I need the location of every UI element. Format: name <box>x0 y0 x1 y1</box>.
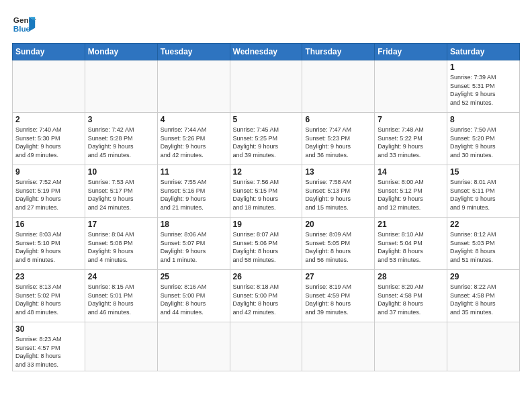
calendar-cell: 30Sunrise: 8:23 AM Sunset: 4:57 PM Dayli… <box>13 322 85 371</box>
logo: General Blue <box>12 12 36 36</box>
day-info: Sunrise: 7:44 AM Sunset: 5:26 PM Dayligh… <box>161 126 227 159</box>
day-number: 28 <box>378 272 444 281</box>
day-number: 17 <box>88 220 154 229</box>
day-number: 12 <box>233 167 300 177</box>
weekday-header-wednesday: Wednesday <box>230 44 302 60</box>
calendar: SundayMondayTuesdayWednesdayThursdayFrid… <box>12 43 520 371</box>
day-info: Sunrise: 8:07 AM Sunset: 5:06 PM Dayligh… <box>233 230 300 264</box>
calendar-cell: 4Sunrise: 7:44 AM Sunset: 5:26 PM Daylig… <box>157 113 230 165</box>
calendar-cell <box>302 322 375 371</box>
day-info: Sunrise: 7:55 AM Sunset: 5:16 PM Dayligh… <box>161 178 227 212</box>
calendar-cell <box>230 322 302 371</box>
day-info: Sunrise: 7:53 AM Sunset: 5:17 PM Dayligh… <box>88 178 154 212</box>
calendar-cell: 5Sunrise: 7:45 AM Sunset: 5:25 PM Daylig… <box>230 113 302 165</box>
calendar-cell: 20Sunrise: 8:09 AM Sunset: 5:05 PM Dayli… <box>302 218 375 270</box>
day-info: Sunrise: 8:10 AM Sunset: 5:04 PM Dayligh… <box>378 230 444 264</box>
day-info: Sunrise: 8:15 AM Sunset: 5:01 PM Dayligh… <box>88 283 154 316</box>
calendar-cell <box>447 322 520 371</box>
calendar-cell: 9Sunrise: 7:52 AM Sunset: 5:19 PM Daylig… <box>13 165 85 218</box>
calendar-cell <box>302 60 375 113</box>
calendar-cell: 17Sunrise: 8:04 AM Sunset: 5:08 PM Dayli… <box>85 218 157 270</box>
day-number: 18 <box>161 220 227 229</box>
calendar-cell: 27Sunrise: 8:19 AM Sunset: 4:59 PM Dayli… <box>302 270 375 322</box>
day-info: Sunrise: 8:01 AM Sunset: 5:11 PM Dayligh… <box>450 178 517 212</box>
day-number: 30 <box>15 324 82 334</box>
calendar-cell: 16Sunrise: 8:03 AM Sunset: 5:10 PM Dayli… <box>13 218 85 270</box>
day-number: 8 <box>450 115 517 124</box>
day-number: 25 <box>161 272 227 281</box>
calendar-cell: 3Sunrise: 7:42 AM Sunset: 5:28 PM Daylig… <box>85 113 157 165</box>
day-number: 3 <box>88 115 154 124</box>
day-number: 9 <box>15 167 82 177</box>
logo-icon: General Blue <box>12 12 36 36</box>
calendar-cell <box>85 60 157 113</box>
header: General Blue <box>12 12 520 36</box>
day-info: Sunrise: 7:45 AM Sunset: 5:25 PM Dayligh… <box>233 126 300 159</box>
day-number: 27 <box>305 272 371 281</box>
day-info: Sunrise: 7:48 AM Sunset: 5:22 PM Dayligh… <box>378 126 444 159</box>
day-number: 1 <box>450 62 517 72</box>
calendar-cell: 29Sunrise: 8:22 AM Sunset: 4:58 PM Dayli… <box>447 270 520 322</box>
day-number: 16 <box>15 220 82 229</box>
day-number: 6 <box>305 115 371 124</box>
day-number: 26 <box>233 272 300 281</box>
calendar-cell: 6Sunrise: 7:47 AM Sunset: 5:23 PM Daylig… <box>302 113 375 165</box>
day-info: Sunrise: 8:13 AM Sunset: 5:02 PM Dayligh… <box>15 283 82 316</box>
day-number: 4 <box>161 115 227 124</box>
weekday-header-thursday: Thursday <box>302 44 375 60</box>
day-number: 15 <box>450 167 517 177</box>
calendar-cell: 15Sunrise: 8:01 AM Sunset: 5:11 PM Dayli… <box>447 165 520 218</box>
calendar-cell <box>13 60 85 113</box>
calendar-cell: 22Sunrise: 8:12 AM Sunset: 5:03 PM Dayli… <box>447 218 520 270</box>
calendar-body: 1Sunrise: 7:39 AM Sunset: 5:31 PM Daylig… <box>13 60 520 371</box>
weekday-header-friday: Friday <box>375 44 447 60</box>
calendar-cell: 28Sunrise: 8:20 AM Sunset: 4:58 PM Dayli… <box>375 270 447 322</box>
week-row-6: 30Sunrise: 8:23 AM Sunset: 4:57 PM Dayli… <box>13 322 520 371</box>
calendar-cell <box>157 322 230 371</box>
calendar-cell: 2Sunrise: 7:40 AM Sunset: 5:30 PM Daylig… <box>13 113 85 165</box>
calendar-cell: 8Sunrise: 7:50 AM Sunset: 5:20 PM Daylig… <box>447 113 520 165</box>
day-info: Sunrise: 7:42 AM Sunset: 5:28 PM Dayligh… <box>88 126 154 159</box>
day-number: 20 <box>305 220 371 229</box>
week-row-2: 2Sunrise: 7:40 AM Sunset: 5:30 PM Daylig… <box>13 113 520 165</box>
day-info: Sunrise: 8:04 AM Sunset: 5:08 PM Dayligh… <box>88 230 154 264</box>
day-info: Sunrise: 7:47 AM Sunset: 5:23 PM Dayligh… <box>305 126 371 159</box>
day-info: Sunrise: 7:58 AM Sunset: 5:13 PM Dayligh… <box>305 178 371 212</box>
day-info: Sunrise: 8:03 AM Sunset: 5:10 PM Dayligh… <box>15 230 82 264</box>
day-number: 23 <box>15 272 82 281</box>
weekday-header-saturday: Saturday <box>447 44 520 60</box>
calendar-cell: 26Sunrise: 8:18 AM Sunset: 5:00 PM Dayli… <box>230 270 302 322</box>
calendar-cell: 23Sunrise: 8:13 AM Sunset: 5:02 PM Dayli… <box>13 270 85 322</box>
week-row-1: 1Sunrise: 7:39 AM Sunset: 5:31 PM Daylig… <box>13 60 520 113</box>
calendar-cell <box>85 322 157 371</box>
calendar-cell: 12Sunrise: 7:56 AM Sunset: 5:15 PM Dayli… <box>230 165 302 218</box>
calendar-cell: 10Sunrise: 7:53 AM Sunset: 5:17 PM Dayli… <box>85 165 157 218</box>
day-number: 7 <box>378 115 444 124</box>
day-number: 24 <box>88 272 154 281</box>
calendar-cell: 1Sunrise: 7:39 AM Sunset: 5:31 PM Daylig… <box>447 60 520 113</box>
day-number: 19 <box>233 220 300 229</box>
day-info: Sunrise: 7:50 AM Sunset: 5:20 PM Dayligh… <box>450 126 517 159</box>
day-number: 13 <box>305 167 371 177</box>
day-info: Sunrise: 8:23 AM Sunset: 4:57 PM Dayligh… <box>15 335 82 369</box>
day-info: Sunrise: 7:39 AM Sunset: 5:31 PM Dayligh… <box>450 73 517 107</box>
svg-text:Blue: Blue <box>13 24 31 33</box>
calendar-cell: 7Sunrise: 7:48 AM Sunset: 5:22 PM Daylig… <box>375 113 447 165</box>
day-info: Sunrise: 8:06 AM Sunset: 5:07 PM Dayligh… <box>161 230 227 264</box>
calendar-cell: 13Sunrise: 7:58 AM Sunset: 5:13 PM Dayli… <box>302 165 375 218</box>
calendar-cell <box>375 60 447 113</box>
weekday-header-sunday: Sunday <box>13 44 85 60</box>
day-number: 29 <box>450 272 517 281</box>
day-info: Sunrise: 8:19 AM Sunset: 4:59 PM Dayligh… <box>305 283 371 316</box>
calendar-cell <box>157 60 230 113</box>
calendar-cell: 25Sunrise: 8:16 AM Sunset: 5:00 PM Dayli… <box>157 270 230 322</box>
day-number: 2 <box>15 115 82 124</box>
calendar-cell <box>230 60 302 113</box>
calendar-header: SundayMondayTuesdayWednesdayThursdayFrid… <box>13 44 520 60</box>
week-row-5: 23Sunrise: 8:13 AM Sunset: 5:02 PM Dayli… <box>13 270 520 322</box>
calendar-cell: 14Sunrise: 8:00 AM Sunset: 5:12 PM Dayli… <box>375 165 447 218</box>
day-number: 10 <box>88 167 154 177</box>
week-row-3: 9Sunrise: 7:52 AM Sunset: 5:19 PM Daylig… <box>13 165 520 218</box>
calendar-cell: 11Sunrise: 7:55 AM Sunset: 5:16 PM Dayli… <box>157 165 230 218</box>
day-info: Sunrise: 7:52 AM Sunset: 5:19 PM Dayligh… <box>15 178 82 212</box>
